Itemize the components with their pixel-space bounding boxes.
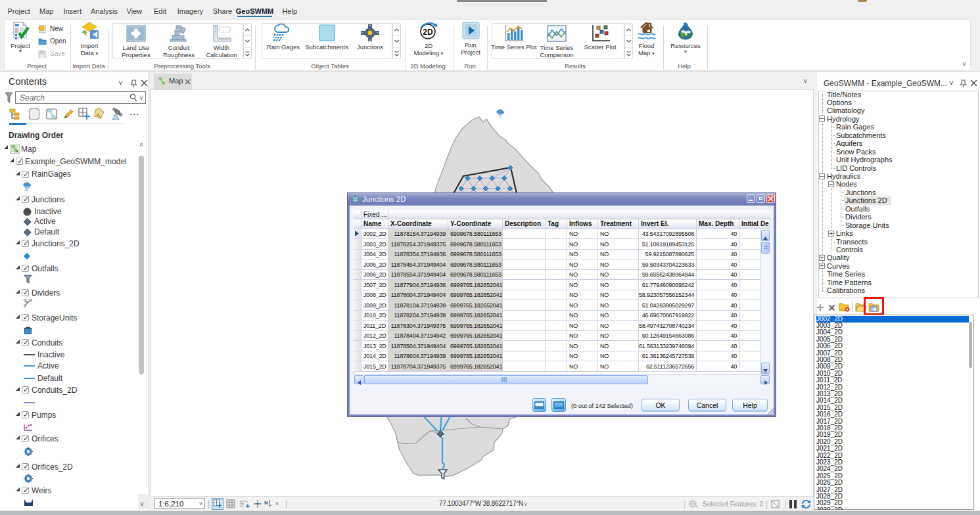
svg-text:N: N (264, 500, 268, 506)
svg-text:2D: 2D (423, 28, 433, 37)
